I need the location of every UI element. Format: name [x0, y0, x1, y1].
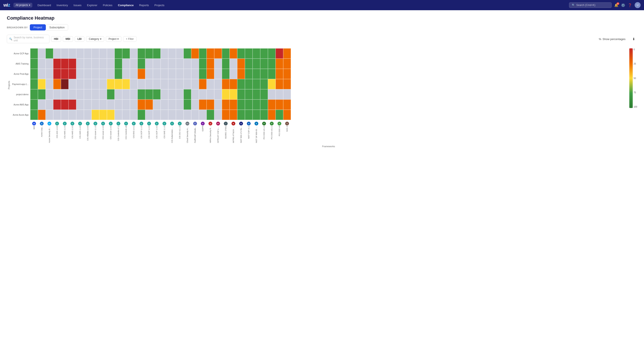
heatmap-cell[interactable]	[84, 58, 92, 69]
heatmap-cell[interactable]	[153, 48, 160, 58]
heatmap-cell[interactable]	[283, 58, 291, 69]
heatmap-cell[interactable]	[199, 110, 206, 120]
heatmap-cell[interactable]	[61, 69, 68, 79]
heatmap-cell[interactable]	[168, 48, 176, 58]
heatmap-cell[interactable]	[153, 110, 160, 120]
heatmap-cell[interactable]	[38, 48, 46, 58]
heatmap-cell[interactable]	[107, 100, 114, 110]
heatmap-cell[interactable]	[199, 89, 206, 100]
heatmap-cell[interactable]	[206, 69, 214, 79]
heatmap-cell[interactable]	[53, 110, 61, 120]
heatmap-cell[interactable]	[237, 69, 245, 79]
heatmap-cell[interactable]	[199, 79, 206, 89]
heatmap-cell[interactable]	[230, 69, 237, 79]
help-icon[interactable]: ❓	[628, 3, 632, 7]
heatmap-cell[interactable]	[260, 100, 268, 110]
heatmap-cell[interactable]	[76, 69, 84, 79]
heatmap-cell[interactable]	[252, 100, 260, 110]
heatmap-cell[interactable]	[199, 58, 206, 69]
heatmap-cell[interactable]	[191, 89, 199, 100]
heatmap-cell[interactable]	[260, 69, 268, 79]
heatmap-cell[interactable]	[153, 69, 160, 79]
heatmap-cell[interactable]	[268, 48, 276, 58]
heatmap-cell[interactable]	[76, 58, 84, 69]
heatmap-cell[interactable]	[92, 48, 99, 58]
heatmap-cell[interactable]	[283, 69, 291, 79]
heatmap-cell[interactable]	[252, 58, 260, 69]
heatmap-cell[interactable]	[206, 48, 214, 58]
heatmap-cell[interactable]	[222, 100, 230, 110]
heatmap-cell[interactable]	[46, 110, 53, 120]
heatmap-cell[interactable]	[138, 110, 145, 120]
heatmap-cell[interactable]	[260, 89, 268, 100]
heatmap-cell[interactable]	[38, 100, 46, 110]
heatmap-cell[interactable]	[84, 48, 92, 58]
heatmap-cell[interactable]	[222, 79, 230, 89]
heatmap-cell[interactable]	[53, 89, 61, 100]
heatmap-cell[interactable]	[184, 69, 191, 79]
heatmap-cell[interactable]	[268, 79, 276, 89]
download-btn[interactable]: ⬇	[630, 36, 637, 42]
heatmap-cell[interactable]	[92, 58, 99, 69]
heatmap-cell[interactable]	[76, 48, 84, 58]
heatmap-cell[interactable]	[30, 58, 38, 69]
heatmap-cell[interactable]	[68, 89, 76, 100]
heatmap-cell[interactable]	[38, 110, 46, 120]
nav-compliance[interactable]: Compliance	[116, 2, 136, 8]
heatmap-cell[interactable]	[206, 89, 214, 100]
heatmap-cell[interactable]	[160, 48, 168, 58]
heatmap-cell[interactable]	[230, 110, 237, 120]
heatmap-cell[interactable]	[160, 89, 168, 100]
heatmap-cell[interactable]	[245, 79, 252, 89]
heatmap-cell[interactable]	[99, 48, 107, 58]
heatmap-cell[interactable]	[38, 58, 46, 69]
heatmap-cell[interactable]	[168, 69, 176, 79]
heatmap-cell[interactable]	[252, 79, 260, 89]
heatmap-cell[interactable]	[107, 89, 114, 100]
heatmap-cell[interactable]	[222, 58, 230, 69]
project-dropdown[interactable]: Project ▾	[106, 36, 122, 42]
heatmap-cell[interactable]	[153, 79, 160, 89]
nav-issues[interactable]: Issues	[71, 2, 84, 8]
heatmap-cell[interactable]	[122, 69, 130, 79]
heatmap-cell[interactable]	[260, 79, 268, 89]
heatmap-cell[interactable]	[168, 58, 176, 69]
heatmap-cell[interactable]	[230, 89, 237, 100]
heatmap-cell[interactable]	[30, 48, 38, 58]
heatmap-cell[interactable]	[268, 69, 276, 79]
heatmap-cell[interactable]	[176, 79, 184, 89]
heatmap-cell[interactable]	[68, 110, 76, 120]
heatmap-cell[interactable]	[114, 89, 122, 100]
heatmap-cell[interactable]	[237, 110, 245, 120]
heatmap-cell[interactable]	[276, 89, 283, 100]
heatmap-cell[interactable]	[61, 89, 68, 100]
heatmap-cell[interactable]	[176, 48, 184, 58]
heatmap-cell[interactable]	[283, 100, 291, 110]
heatmap-cell[interactable]	[184, 79, 191, 89]
heatmap-cell[interactable]	[268, 100, 276, 110]
heatmap-cell[interactable]	[184, 89, 191, 100]
heatmap-cell[interactable]	[168, 110, 176, 120]
heatmap-cell[interactable]	[191, 58, 199, 69]
heatmap-cell[interactable]	[184, 58, 191, 69]
heatmap-cell[interactable]	[114, 58, 122, 69]
heatmap-cell[interactable]	[191, 69, 199, 79]
heatmap-cell[interactable]	[214, 110, 222, 120]
heatmap-cell[interactable]	[176, 100, 184, 110]
heatmap-cell[interactable]	[30, 69, 38, 79]
heatmap-cell[interactable]	[46, 69, 53, 79]
heatmap-cell[interactable]	[53, 69, 61, 79]
heatmap-cell[interactable]	[145, 79, 153, 89]
heatmap-cell[interactable]	[230, 79, 237, 89]
heatmap-cell[interactable]	[168, 100, 176, 110]
heatmap-cell[interactable]	[160, 58, 168, 69]
heatmap-cell[interactable]	[53, 58, 61, 69]
heatmap-cell[interactable]	[38, 69, 46, 79]
heatmap-cell[interactable]	[276, 110, 283, 120]
heatmap-cell[interactable]	[99, 58, 107, 69]
heatmap-cell[interactable]	[176, 89, 184, 100]
heatmap-cell[interactable]	[61, 110, 68, 120]
heatmap-cell[interactable]	[214, 79, 222, 89]
heatmap-cell[interactable]	[191, 110, 199, 120]
heatmap-cell[interactable]	[176, 110, 184, 120]
